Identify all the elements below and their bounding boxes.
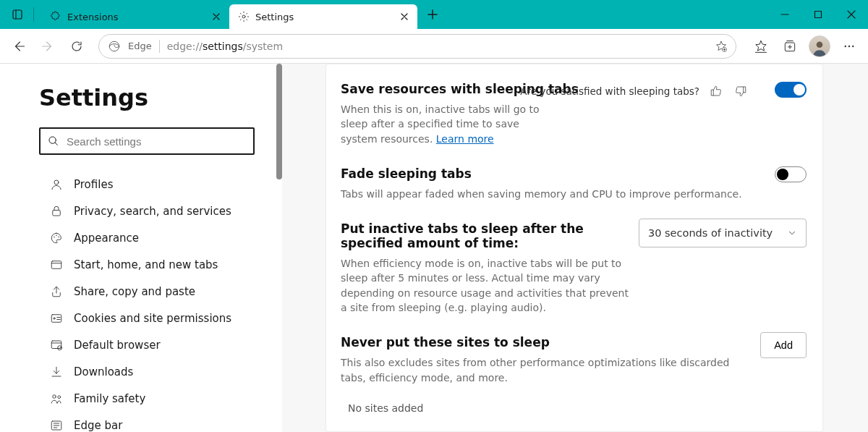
tab-settings[interactable]: Settings — [229, 4, 417, 29]
edge-icon — [108, 40, 121, 53]
nav-label: Edge bar — [74, 419, 122, 432]
profile-avatar[interactable] — [809, 35, 830, 57]
nav-label: Cookies and site permissions — [74, 312, 231, 325]
site-identity: Edge — [128, 41, 152, 51]
lock-icon — [49, 204, 64, 219]
setting-description: This also excludes sites from other perf… — [341, 355, 746, 385]
window-controls — [768, 0, 868, 29]
nav-label: Downloads — [74, 365, 133, 378]
setting-title: Fade sleeping tabs — [341, 166, 807, 181]
svg-point-17 — [54, 236, 55, 237]
setting-never-sleep: Never put these sites to sleep This also… — [341, 335, 807, 414]
nav-label: Share, copy and paste — [74, 285, 195, 298]
svg-point-18 — [56, 234, 57, 236]
search-input[interactable] — [67, 135, 246, 148]
refresh-button[interactable] — [64, 33, 90, 59]
nav-appearance[interactable]: Appearance — [39, 224, 268, 251]
svg-point-15 — [54, 180, 59, 185]
nav-share[interactable]: Share, copy and paste — [39, 278, 268, 305]
svg-point-19 — [58, 236, 59, 237]
close-icon[interactable] — [209, 9, 224, 24]
tab-strip: Extensions Settings — [41, 0, 443, 29]
url-host: settings — [203, 41, 243, 52]
svg-point-12 — [852, 45, 854, 46]
nav-profiles[interactable]: Profiles — [39, 171, 268, 198]
content-area: Save resources with sleeping tabs When t… — [282, 64, 868, 432]
thumbs-down-button[interactable] — [733, 83, 749, 99]
setting-fade-tabs: Fade sleeping tabs Tabs will appear fade… — [341, 166, 807, 201]
nav-label: Profiles — [74, 178, 113, 191]
nav-default-browser[interactable]: Default browser — [39, 331, 268, 358]
svg-rect-16 — [53, 210, 61, 216]
favorites-button[interactable] — [748, 33, 774, 59]
close-window-button[interactable] — [835, 0, 868, 29]
thumbs-up-button[interactable] — [708, 83, 724, 99]
settings-nav: Profiles Privacy, search, and services A… — [39, 171, 268, 432]
nav-label: Family safety — [74, 392, 145, 405]
settings-panel: Save resources with sleeping tabs When t… — [326, 64, 823, 432]
empty-list-note: No sites added — [341, 402, 807, 414]
feedback-row: Are you satisfied with sleeping tabs? — [520, 83, 749, 99]
sidebar-scrollbar[interactable] — [276, 64, 282, 432]
tab-extensions[interactable]: Extensions — [41, 4, 229, 29]
svg-rect-0 — [13, 10, 22, 19]
fade-tabs-toggle[interactable] — [775, 166, 807, 182]
svg-rect-22 — [51, 314, 61, 322]
more-menu-button[interactable] — [836, 33, 862, 59]
svg-point-2 — [242, 15, 245, 18]
sleep-timeout-select[interactable]: 30 seconds of inactivity — [639, 219, 807, 247]
minimize-button[interactable] — [768, 0, 801, 29]
back-button[interactable] — [6, 33, 32, 59]
toolbar-right — [748, 33, 862, 59]
favorite-star-button[interactable] — [711, 36, 731, 56]
setting-description: When efficiency mode is on, inactive tab… — [341, 256, 637, 315]
feedback-prompt: Are you satisfied with sleeping tabs? — [520, 85, 699, 97]
divider — [159, 40, 160, 53]
nav-cookies[interactable]: Cookies and site permissions — [39, 305, 268, 331]
maximize-button[interactable] — [801, 0, 835, 29]
page-title: Settings — [39, 84, 268, 111]
svg-rect-20 — [51, 261, 61, 268]
learn-more-link[interactable]: Learn more — [436, 133, 494, 145]
nav-family[interactable]: Family safety — [39, 385, 268, 412]
share-icon — [49, 284, 64, 299]
forward-button[interactable] — [35, 33, 61, 59]
settings-search[interactable] — [39, 127, 255, 155]
tab-actions — [0, 0, 40, 29]
family-icon — [49, 391, 64, 406]
divider — [33, 7, 34, 22]
cookie-icon — [49, 311, 64, 326]
nav-downloads[interactable]: Downloads — [39, 358, 268, 385]
window-icon — [49, 258, 64, 272]
nav-start[interactable]: Start, home, and new tabs — [39, 251, 268, 278]
nav-label: Default browser — [74, 339, 161, 352]
setting-title: Never put these sites to sleep — [341, 335, 807, 350]
nav-label: Privacy, search, and services — [74, 205, 231, 218]
tab-actions-button[interactable] — [6, 3, 29, 26]
svg-point-9 — [817, 41, 823, 48]
svg-rect-24 — [51, 341, 61, 349]
nav-label: Appearance — [74, 232, 139, 245]
collections-button[interactable] — [777, 33, 803, 59]
url-scheme: edge:// — [167, 41, 203, 52]
close-icon[interactable] — [397, 9, 412, 24]
setting-description: When this is on, inactive tabs will go t… — [341, 102, 558, 146]
sleeping-tabs-toggle[interactable] — [775, 82, 807, 98]
download-icon — [49, 365, 64, 379]
setting-sleeping-tabs: Save resources with sleeping tabs When t… — [341, 82, 807, 146]
tab-label: Settings — [255, 12, 391, 22]
search-icon — [48, 135, 59, 147]
profile-icon — [49, 177, 64, 192]
nav-privacy[interactable]: Privacy, search, and services — [39, 198, 268, 224]
title-bar: Extensions Settings — [0, 0, 868, 29]
svg-point-10 — [845, 45, 846, 46]
svg-point-11 — [848, 45, 850, 46]
new-tab-button[interactable] — [422, 4, 443, 25]
address-bar[interactable]: Edge edge://settings/system — [98, 34, 736, 59]
nav-edge-bar[interactable]: Edge bar — [39, 412, 268, 432]
url-path: /system — [243, 41, 283, 52]
palette-icon — [49, 231, 64, 245]
scrollbar-thumb[interactable] — [276, 64, 282, 179]
svg-point-28 — [58, 395, 61, 398]
add-site-button[interactable]: Add — [760, 332, 807, 358]
